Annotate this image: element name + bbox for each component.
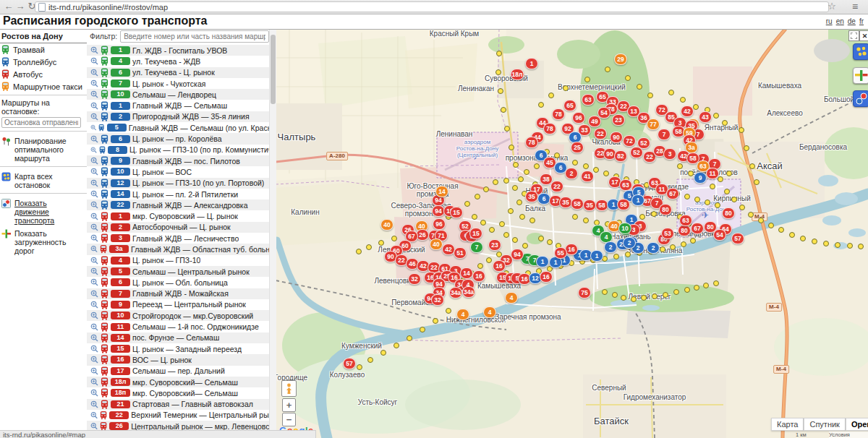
map-marker[interactable]: 2 [604, 241, 617, 253]
zoom-route-icon[interactable] [90, 389, 98, 397]
map-marker[interactable]: 32 [408, 273, 421, 285]
route-row[interactable]: 6Ц. рынок — Обл. больница [87, 277, 269, 288]
bus-stop-dot[interactable] [800, 236, 806, 241]
bus-stop-dot[interactable] [475, 194, 480, 199]
bus-stop-dot[interactable] [420, 327, 425, 332]
route-row[interactable]: 10Ц. рынок — ВОС [87, 166, 269, 177]
route-row[interactable]: 12Ц. рынок — ГПЗ-10 (по ул. Портовой) [87, 178, 269, 189]
stop-search-input[interactable] [1, 117, 81, 128]
bus-stop-dot[interactable] [694, 285, 699, 291]
bus-stop-dot[interactable] [529, 218, 535, 223]
bookmark-star-icon[interactable]: ☆ [826, 0, 838, 14]
map-marker[interactable]: 57 [731, 233, 744, 244]
bus-stop-dot[interactable] [789, 232, 795, 238]
bus-stop-dot[interactable] [504, 126, 510, 132]
bus-stop-dot[interactable] [584, 77, 590, 82]
zoom-route-icon[interactable] [90, 69, 98, 77]
bus-stop-dot[interactable] [651, 211, 657, 217]
bus-stop-dot[interactable] [477, 263, 483, 269]
map-marker[interactable]: 65 [563, 100, 576, 111]
bus-stop-dot[interactable] [639, 214, 645, 220]
bus-stop-dot[interactable] [625, 252, 631, 257]
zoom-route-icon[interactable] [90, 334, 98, 342]
bus-stop-dot[interactable] [391, 236, 397, 241]
bus-stop-dot[interactable] [731, 197, 737, 202]
sidebar-item-Маршрутное такси[interactable]: Маршрутное такси [0, 80, 87, 93]
close-icon[interactable]: ✕ [859, 30, 868, 41]
route-row[interactable]: 4ул. Текучева - ЖДВ [87, 56, 269, 66]
sidebar-item-Трамвай[interactable]: Трамвай [0, 43, 87, 56]
zoom-route-icon[interactable] [90, 234, 98, 242]
forward-icon[interactable]: → [14, 0, 26, 14]
bus-stop-dot[interactable] [739, 205, 745, 210]
bus-stop-dot[interactable] [681, 241, 686, 247]
map-marker[interactable]: 1 [525, 58, 538, 69]
lang-link-de[interactable]: de [848, 17, 856, 25]
map-marker[interactable]: 80 [678, 225, 691, 236]
route-row[interactable]: 1мкр. Суворовский — Ц. рынок [87, 210, 269, 221]
bus-stop-dot[interactable] [538, 236, 544, 241]
map-marker[interactable]: 90 [610, 132, 623, 143]
sidebar-item-Троллейбус[interactable]: Троллейбус [0, 56, 87, 68]
map-marker[interactable]: 96 [433, 218, 446, 230]
bus-stop-dot[interactable] [393, 343, 399, 348]
bus-stop-dot[interactable] [612, 292, 618, 298]
route-row[interactable]: 4Ц. рынок — ГПЗ-10 [87, 255, 269, 266]
sidebar-link-3[interactable]: Показать загруженность дорог [0, 226, 87, 257]
zoom-route-icon[interactable] [90, 80, 98, 87]
map-marker[interactable]: 7 [658, 129, 671, 140]
bus-stop-dot[interactable] [684, 194, 690, 199]
bus-stop-dot[interactable] [680, 97, 686, 103]
zoom-route-icon[interactable] [90, 179, 98, 187]
map-marker[interactable]: 67 [666, 188, 679, 199]
bus-stop-dot[interactable] [670, 244, 676, 250]
bus-stop-dot[interactable] [754, 179, 760, 185]
zoom-route-icon[interactable] [90, 323, 98, 331]
map-marker[interactable]: 49 [588, 116, 601, 127]
route-row[interactable]: 14Ц. рынок — пл. 2-й Пятилетки [87, 189, 269, 199]
route-row[interactable]: 17Сельмаш — пер. Дальний [87, 366, 269, 377]
bus-stop-dot[interactable] [625, 75, 631, 81]
bus-stop-dot[interactable] [480, 220, 486, 226]
map-marker[interactable]: 2 [647, 242, 660, 254]
route-filter-input[interactable] [120, 30, 269, 43]
route-row[interactable]: 9Главный ЖДВ — пос. Пилотов [87, 155, 269, 166]
bus-stop-dot[interactable] [758, 218, 764, 223]
map-marker[interactable]: 40 [380, 219, 393, 231]
bus-stop-dot[interactable] [602, 289, 608, 295]
bus-stop-dot[interactable] [641, 295, 647, 301]
bus-stop-dot[interactable] [858, 244, 864, 249]
route-row[interactable]: 5Главный ЖДВ — Сельмаш (по ул. Красноарм… [87, 122, 269, 133]
browser-menu-icon[interactable]: ≡ [849, 0, 861, 14]
route-row[interactable]: 7Ц. рынок - Чукотская [87, 78, 269, 89]
route-row[interactable]: 1Гл. ЖДВ - Госпиталь УВОВ [87, 45, 269, 56]
bus-stop-dot[interactable] [748, 212, 754, 218]
zoom-route-icon[interactable] [90, 102, 98, 110]
bus-stop-dot[interactable] [835, 242, 841, 248]
sidebar-link-2[interactable]: Показать движение транспорта [0, 196, 87, 226]
zoom-route-icon[interactable] [90, 135, 98, 143]
bus-stop-dot[interactable] [778, 227, 784, 233]
map-marker[interactable]: 34а [449, 287, 462, 299]
map-marker[interactable]: 42 [681, 106, 694, 117]
map-marker[interactable]: 14 [460, 267, 473, 279]
map-marker[interactable]: 11 [706, 168, 719, 179]
map-marker[interactable]: 25 [571, 142, 584, 153]
bus-stop-dot[interactable] [718, 176, 723, 182]
route-row[interactable]: 18лмкр. Суворовский— Сельмаш [87, 377, 269, 387]
route-row[interactable]: 1Главный ЖДВ — Сельмаш [87, 100, 269, 111]
zoom-route-icon[interactable] [90, 46, 98, 54]
bus-stop-dot[interactable] [726, 171, 732, 176]
route-row[interactable]: 22Верхний Темерник — Центральный рынок [87, 410, 269, 421]
map-type-button-Спутник[interactable]: Спутник [804, 418, 845, 431]
zoom-route-icon[interactable] [90, 146, 97, 154]
all-stops-button[interactable] [853, 43, 868, 60]
map-marker[interactable]: 32 [431, 294, 444, 306]
map-marker[interactable]: 41 [581, 171, 594, 182]
bus-stop-dot[interactable] [684, 287, 690, 293]
bus-stop-dot[interactable] [621, 295, 626, 301]
bus-stop-dot[interactable] [508, 208, 514, 214]
route-row[interactable]: 18пмкр. Суворовский— Сельмаш [87, 387, 269, 398]
map-marker[interactable]: 55 [554, 247, 567, 259]
zoom-route-icon[interactable] [90, 168, 98, 176]
